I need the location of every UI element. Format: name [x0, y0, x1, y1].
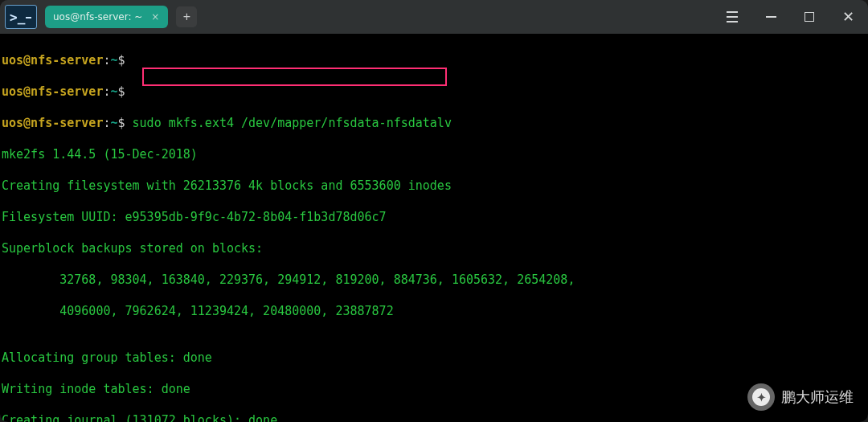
prompt-path: ~	[110, 116, 117, 130]
terminal-window: >_ uos@nfs-server: ~ × + ✕ uos@nfs-serve…	[0, 0, 868, 422]
output-line: 4096000, 7962624, 11239424, 20480000, 23…	[2, 304, 866, 320]
menu-button[interactable]	[717, 2, 747, 32]
new-tab-button[interactable]: +	[176, 6, 197, 27]
tab-label: uos@nfs-server: ~	[53, 11, 142, 23]
terminal-icon: >_	[5, 5, 37, 29]
title-bar: >_ uos@nfs-server: ~ × + ✕	[0, 0, 868, 34]
output-line: Filesystem UUID: e95395db-9f9c-4b72-8b04…	[2, 210, 866, 226]
watermark-circle: ✦	[747, 383, 775, 411]
prompt-path: ~	[110, 53, 117, 68]
close-icon: ✕	[842, 8, 854, 26]
tab-active[interactable]: uos@nfs-server: ~ ×	[45, 6, 168, 28]
minimize-icon	[766, 16, 776, 18]
command-text: sudo mkfs.ext4 /dev/mapper/nfsdata-nfsda…	[133, 116, 452, 130]
maximize-icon	[805, 12, 814, 22]
prompt-dollar: $	[118, 84, 125, 99]
terminal-body[interactable]: uos@nfs-server:~$ uos@nfs-server:~$ uos@…	[0, 34, 868, 422]
prompt-user-host: uos@nfs-server	[2, 53, 103, 68]
output-line: mke2fs 1.44.5 (15-Dec-2018)	[2, 147, 866, 163]
output-line: Creating journal (131072 blocks): done	[2, 413, 866, 422]
watermark-text: 鹏大师运维	[781, 387, 854, 407]
prompt-path: ~	[110, 84, 117, 99]
minimize-button[interactable]	[755, 2, 786, 32]
output-line: Superblock backups stored on blocks:	[2, 241, 866, 257]
close-window-button[interactable]: ✕	[833, 2, 863, 32]
maximize-button[interactable]	[794, 2, 825, 32]
prompt-user-host: uos@nfs-server	[2, 116, 103, 130]
hamburger-icon	[727, 11, 738, 23]
prompt-dollar: $	[118, 116, 125, 130]
output-line: Writing inode tables: done	[2, 382, 866, 398]
prompt-user-host: uos@nfs-server	[2, 84, 103, 99]
plus-icon: +	[183, 10, 190, 24]
close-tab-icon[interactable]: ×	[150, 12, 160, 22]
output-line: 32768, 98304, 163840, 229376, 294912, 81…	[2, 272, 866, 289]
terminal-icon-glyph: >_	[10, 10, 25, 25]
prompt-dollar: $	[118, 53, 125, 68]
watermark: ✦ 鹏大师运维	[747, 383, 854, 411]
output-line: Creating filesystem with 26213376 4k blo…	[2, 178, 866, 195]
output-line: Allocating group tables: done	[2, 350, 866, 367]
terminal-icon-cursor	[26, 17, 31, 18]
wechat-icon: ✦	[752, 388, 770, 406]
